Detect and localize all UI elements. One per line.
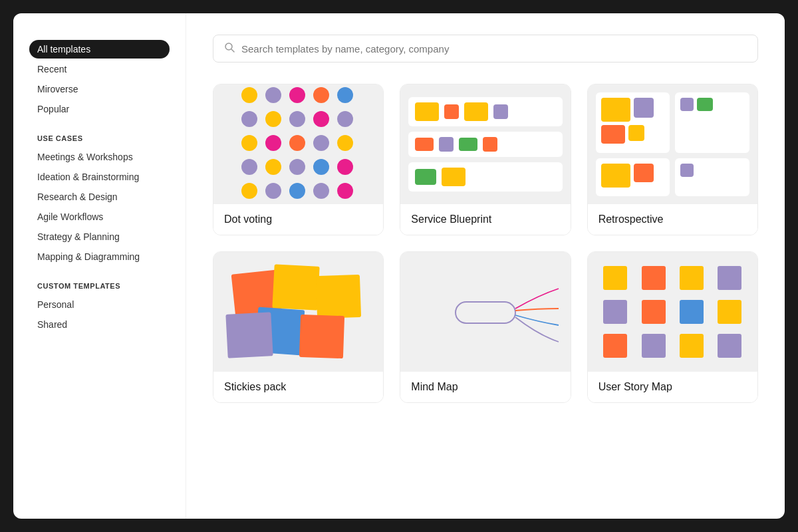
template-card-mind-map[interactable]: Mind Map [400, 251, 571, 403]
mind-map-thumbnail [400, 252, 570, 372]
use-cases-section-title: USE CASES [37, 134, 162, 142]
sidebar-item-ideation[interactable]: Ideation & Brainstorming [29, 168, 170, 186]
custom-templates-section-title: CUSTOM TEMPLATES [37, 282, 162, 290]
template-grid: Dot voting [213, 84, 758, 403]
service-blueprint-title: Service Blueprint [400, 204, 570, 235]
dot-voting-title: Dot voting [213, 204, 383, 235]
template-card-retrospective[interactable]: Retrospective [587, 84, 758, 235]
search-input[interactable] [241, 43, 747, 55]
retrospective-title: Retrospective [588, 204, 757, 235]
sidebar-item-shared[interactable]: Shared [29, 315, 170, 334]
nav-recent[interactable]: Recent [29, 60, 170, 78]
template-card-user-story-map[interactable]: User Story Map [587, 251, 758, 403]
svg-rect-2 [456, 302, 515, 323]
stickies-pack-thumbnail [213, 252, 383, 372]
user-story-map-thumbnail [588, 252, 757, 372]
app-window: All templates Recent Miroverse Popular U… [13, 13, 785, 519]
svg-line-1 [231, 49, 234, 52]
sidebar-item-strategy[interactable]: Strategy & Planning [29, 227, 170, 246]
sidebar-item-personal[interactable]: Personal [29, 295, 170, 314]
service-blueprint-thumbnail [400, 84, 570, 204]
retrospective-thumbnail [588, 84, 757, 204]
sidebar: All templates Recent Miroverse Popular U… [13, 13, 186, 519]
search-icon [224, 42, 235, 55]
stickies-pack-title: Stickies pack [213, 372, 383, 402]
nav-miroverse[interactable]: Miroverse [29, 80, 170, 98]
sidebar-item-mapping[interactable]: Mapping & Diagramming [29, 247, 170, 266]
user-story-map-title: User Story Map [588, 372, 757, 402]
template-card-service-blueprint[interactable]: Service Blueprint [400, 84, 571, 235]
nav-popular[interactable]: Popular [29, 100, 170, 118]
sidebar-item-agile[interactable]: Agile Workflows [29, 207, 170, 226]
template-card-dot-voting[interactable]: Dot voting [213, 84, 384, 235]
main-content: Dot voting [186, 13, 785, 519]
sidebar-item-meetings[interactable]: Meetings & Workshops [29, 148, 170, 166]
dot-voting-thumbnail [213, 84, 383, 204]
search-bar[interactable] [213, 35, 758, 63]
sidebar-item-research[interactable]: Research & Design [29, 188, 170, 206]
nav-all[interactable]: All templates [29, 40, 170, 59]
mind-map-title: Mind Map [400, 372, 570, 402]
template-card-stickies-pack[interactable]: Stickies pack [213, 251, 384, 403]
